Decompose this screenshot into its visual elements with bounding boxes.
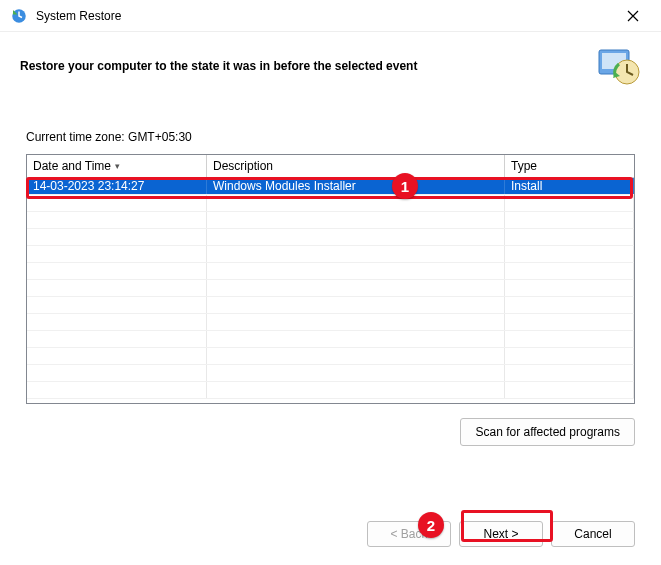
page-title: Restore your computer to the state it wa… <box>20 59 583 73</box>
window-title: System Restore <box>36 9 615 23</box>
annotation-marker-1: 1 <box>392 173 418 199</box>
close-icon <box>627 10 639 22</box>
restore-clock-icon <box>593 42 641 90</box>
timezone-label: Current time zone: GMT+05:30 <box>26 130 635 144</box>
annotation-marker-2: 2 <box>418 512 444 538</box>
table-header: Date and Time ▾ Description Type <box>27 155 634 178</box>
column-desc-label: Description <box>213 159 273 173</box>
column-date[interactable]: Date and Time ▾ <box>27 155 207 177</box>
restore-points-table[interactable]: Date and Time ▾ Description Type 14-03-2… <box>26 154 635 404</box>
sort-desc-icon: ▾ <box>115 161 120 171</box>
column-type-label: Type <box>511 159 537 173</box>
cell-date: 14-03-2023 23:14:27 <box>27 178 207 194</box>
scan-affected-button[interactable]: Scan for affected programs <box>460 418 635 446</box>
column-type[interactable]: Type <box>505 155 634 177</box>
cancel-button[interactable]: Cancel <box>551 521 635 547</box>
column-date-label: Date and Time <box>33 159 111 173</box>
titlebar: System Restore <box>0 0 661 32</box>
table-row[interactable]: 14-03-2023 23:14:27 Windows Modules Inst… <box>27 178 634 195</box>
wizard-footer: < Back Next > Cancel <box>0 503 661 565</box>
header-row: Restore your computer to the state it wa… <box>0 32 661 102</box>
cell-description: Windows Modules Installer <box>207 178 505 194</box>
system-restore-icon <box>10 7 28 25</box>
table-body: 14-03-2023 23:14:27 Windows Modules Inst… <box>27 178 634 403</box>
column-description[interactable]: Description <box>207 155 505 177</box>
cell-type: Install <box>505 178 634 194</box>
next-button[interactable]: Next > <box>459 521 543 547</box>
close-button[interactable] <box>615 2 651 30</box>
